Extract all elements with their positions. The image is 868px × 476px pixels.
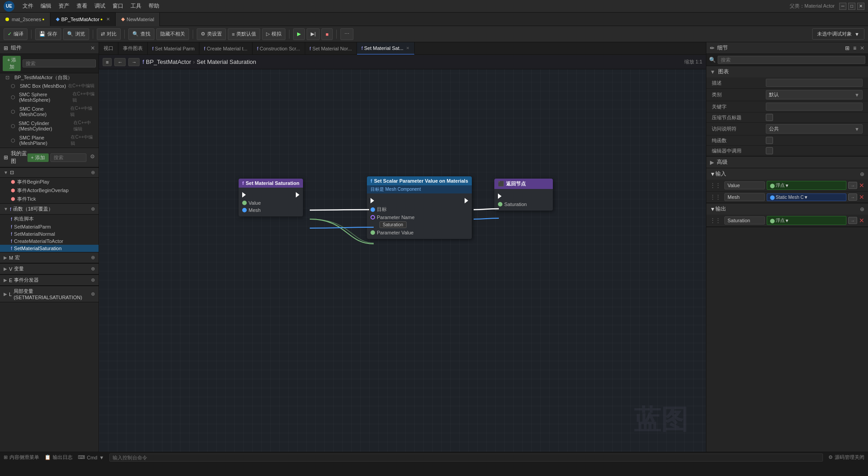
outputs-add-btn[interactable]: ⊕ <box>860 206 864 212</box>
pin-target-in[interactable] <box>371 207 375 212</box>
section-graph[interactable]: ▼ ⊡ ⊕ <box>0 167 99 178</box>
output-log-btn[interactable]: 📋 输出日志 <box>45 454 72 461</box>
io-mesh-pass-btn[interactable]: → <box>848 193 857 201</box>
section-variables[interactable]: ▶ V 变量 ⊕ <box>0 263 99 274</box>
play-btn[interactable]: ▶ <box>293 28 305 40</box>
content-menu-btn[interactable]: ⊞ 内容侧滑菜单 <box>4 454 39 461</box>
outputs-section-header[interactable]: ▼ 输出 ⊕ <box>706 203 868 215</box>
details-grid-icon[interactable]: ⊞ <box>845 45 850 51</box>
components-search-input[interactable] <box>23 59 96 67</box>
breadcrumb-root[interactable]: BP_TestMatActor <box>146 58 191 65</box>
compile-btn[interactable]: ✓ 编译 <box>4 28 27 40</box>
io-value-type-dropdown[interactable]: ⬤ 浮点 ▼ <box>767 181 846 190</box>
step-btn[interactable]: ▶| <box>307 28 320 40</box>
tree-item-smc-plane[interactable]: ⬡ SMC Plane (MeshPlane) 在C++中编辑 <box>0 133 99 148</box>
event-actoroverlap[interactable]: ⬢ 事件ActorBeginOverlap <box>0 186 99 195</box>
bp-tab-event-graph[interactable]: 事件图表 <box>118 42 148 55</box>
browse-btn[interactable]: 🔍 浏览 <box>63 28 89 40</box>
inputs-section-header[interactable]: ▼ 输入 ⊕ <box>706 168 868 180</box>
menu-asset[interactable]: 资产 <box>55 0 73 12</box>
keywords-input[interactable] <box>766 103 863 111</box>
maximize-btn[interactable]: □ <box>848 3 855 10</box>
pin-value-in[interactable] <box>242 201 247 205</box>
my-bp-search-input[interactable] <box>50 153 86 162</box>
bp-tab-viewport[interactable]: 视口 <box>99 42 118 55</box>
pure-checkbox[interactable] <box>766 137 773 144</box>
io-mesh-del-btn[interactable]: ✕ <box>859 193 864 201</box>
console-input[interactable] <box>109 454 823 462</box>
tree-item-smc-box[interactable]: ⬡ SMC Box (MeshBox) 在C++中编辑 <box>0 82 99 90</box>
tab-mat-2scenes[interactable]: mat_2scenes ● <box>0 13 50 26</box>
tree-item-smc-cylinder[interactable]: ⬡ SMC Cylinder (MeshCylinder) 在C++中编辑 <box>0 119 99 133</box>
func-add-icon[interactable]: ⊕ <box>91 206 95 212</box>
menu-help[interactable]: 帮助 <box>145 0 163 12</box>
details-section-advanced-header[interactable]: ▶ 高级 <box>706 157 868 168</box>
func-construction[interactable]: f 构造脚本 <box>0 215 99 223</box>
editor-call-checkbox[interactable] <box>766 147 773 154</box>
node-return[interactable]: ⬛ 返回节点 Saturation <box>494 179 553 211</box>
add-blueprint-btn[interactable]: + 添加 <box>27 153 49 162</box>
io-value-pass-btn[interactable]: → <box>848 182 857 189</box>
section-local-vars[interactable]: ▶ L 局部变量 (SETMATERIALSATURATION) ⊕ <box>0 286 99 302</box>
func-set-mat-parm[interactable]: f SetMaterialParm <box>0 223 99 230</box>
section-event-dispatchers[interactable]: ▶ E 事件分发器 ⊕ <box>0 274 99 286</box>
section-add-icon[interactable]: ⊕ <box>91 170 95 175</box>
local-var-add-icon[interactable]: ⊕ <box>91 291 95 297</box>
class-settings-btn[interactable]: ⚙ 类设置 <box>197 28 226 40</box>
pin-saturation-in[interactable] <box>498 202 502 207</box>
category-dropdown[interactable]: 默认 ▼ <box>766 90 863 99</box>
canvas-back-btn[interactable]: ← <box>114 58 126 66</box>
compact-checkbox[interactable] <box>766 114 773 121</box>
menu-tools[interactable]: 工具 <box>127 0 145 12</box>
io-mesh-name-input[interactable] <box>724 193 765 201</box>
debug-target-btn[interactable]: 未选中调试对象 ▼ <box>812 28 864 40</box>
close-btn[interactable]: ✕ <box>857 3 864 10</box>
add-component-btn[interactable]: + 添加 <box>3 56 21 71</box>
macro-add-icon[interactable]: ⊕ <box>91 255 95 260</box>
menu-edit[interactable]: 编辑 <box>37 0 55 12</box>
more-btn[interactable]: ⋯ <box>340 28 353 40</box>
tree-item-smc-cone[interactable]: ⬡ SMC Cone (MeshCone) 在C++中编辑 <box>0 104 99 119</box>
save-btn[interactable]: 💾 保存 <box>35 28 61 40</box>
bp-settings-icon[interactable]: ⚙ <box>90 153 95 162</box>
io-sat-del-btn[interactable]: ✕ <box>859 217 864 224</box>
node-set-material-saturation[interactable]: f Set Material Saturation Value <box>239 179 303 216</box>
func-set-mat-normal[interactable]: f SetMaterialNormal <box>0 230 99 238</box>
event-beginplay[interactable]: ⬢ 事件BeginPlay <box>0 178 99 186</box>
bp-tab-close-sat[interactable]: ✕ <box>406 46 410 50</box>
stop-btn[interactable]: ■ <box>321 28 333 40</box>
inputs-add-btn[interactable]: ⊕ <box>860 171 864 177</box>
io-saturation-type-dropdown[interactable]: ⬤ 浮点 ▼ <box>767 216 846 225</box>
bp-tab-create-mat[interactable]: f Create Material t... <box>199 42 253 55</box>
tree-root[interactable]: ⊡ BP_TestMatActor（自我） <box>0 73 99 82</box>
menu-view[interactable]: 查看 <box>73 0 91 12</box>
blueprint-canvas[interactable]: ≡ ← → f BP_TestMatActor › Set Material S… <box>99 55 706 452</box>
tab-new-material[interactable]: ◆ NewMaterial <box>116 13 160 26</box>
pin-mesh-in[interactable] <box>242 208 247 212</box>
menu-window[interactable]: 窗口 <box>109 0 127 12</box>
components-panel-close[interactable]: ✕ <box>90 45 95 51</box>
access-dropdown[interactable]: 公共 ▼ <box>766 124 863 134</box>
menu-debug[interactable]: 调试 <box>91 0 109 12</box>
find-btn[interactable]: 🔍 查找 <box>128 28 154 40</box>
section-macros[interactable]: ▶ M 宏 ⊕ <box>0 252 99 263</box>
section-functions[interactable]: ▼ f 函数（18可覆盖） ⊕ <box>0 203 99 215</box>
bp-tab-set-mat-parm[interactable]: f Set Material Parm <box>148 42 199 55</box>
canvas-forward-btn[interactable]: → <box>128 58 140 66</box>
io-saturation-name-input[interactable] <box>724 216 765 225</box>
node-set-scalar-param[interactable]: f Set Scalar Parameter Value on Material… <box>367 176 472 239</box>
menu-file[interactable]: 文件 <box>19 0 37 12</box>
dispatcher-add-icon[interactable]: ⊕ <box>91 277 95 283</box>
io-mesh-type-dropdown[interactable]: ⬤ Static Mesh C ▼ <box>767 193 846 201</box>
io-value-name-input[interactable] <box>724 181 765 189</box>
tree-item-smc-sphere[interactable]: ⬡ SMC Sphere (MeshSphere) 在C++中编辑 <box>0 90 99 104</box>
func-create-mat[interactable]: f CreateMaterialToActor <box>0 238 99 245</box>
diff-btn[interactable]: ⇄ 对比 <box>97 28 121 40</box>
class-defaults-btn[interactable]: ≡ 类默认值 <box>228 28 260 40</box>
tab-bp-testmatactor[interactable]: ◆ BP_TestMatActor ● ✕ <box>50 13 116 26</box>
bp-tab-construction[interactable]: f Construction Scr... <box>253 42 305 55</box>
bp-tab-set-mat-nor[interactable]: f Set Material Nor... <box>305 42 357 55</box>
pin-param-name[interactable] <box>371 215 375 220</box>
bp-tab-set-mat-sat[interactable]: f Set Material Sat... ✕ <box>357 42 415 55</box>
minimize-btn[interactable]: ─ <box>839 3 846 10</box>
